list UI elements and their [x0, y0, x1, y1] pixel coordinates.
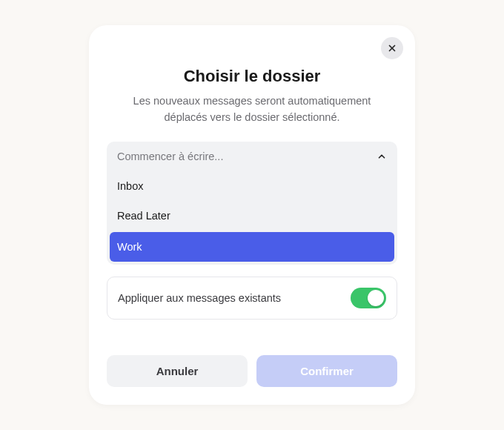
dialog-title: Choisir le dossier — [107, 67, 397, 86]
close-icon — [387, 43, 397, 53]
folder-search-input[interactable] — [117, 150, 377, 162]
folder-option-inbox[interactable]: Inbox — [107, 171, 397, 201]
dialog-buttons: Annuler Confirmer — [107, 355, 397, 387]
apply-existing-row: Appliquer aux messages existants — [107, 277, 397, 320]
choose-folder-dialog: Choisir le dossier Les nouveaux messages… — [89, 25, 415, 406]
folder-select: Inbox Read Later Work — [107, 142, 397, 265]
dialog-subtitle: Les nouveaux messages seront automatique… — [107, 93, 397, 126]
folder-select-header[interactable] — [107, 142, 397, 171]
apply-existing-label: Appliquer aux messages existants — [118, 292, 281, 304]
chevron-up-icon — [377, 151, 387, 162]
folder-option-read-later[interactable]: Read Later — [107, 201, 397, 231]
cancel-button[interactable]: Annuler — [107, 355, 248, 387]
confirm-button[interactable]: Confirmer — [256, 355, 397, 387]
folder-option-work[interactable]: Work — [110, 232, 394, 262]
close-button[interactable] — [381, 37, 403, 59]
toggle-knob — [368, 290, 384, 306]
apply-existing-toggle[interactable] — [351, 288, 386, 308]
